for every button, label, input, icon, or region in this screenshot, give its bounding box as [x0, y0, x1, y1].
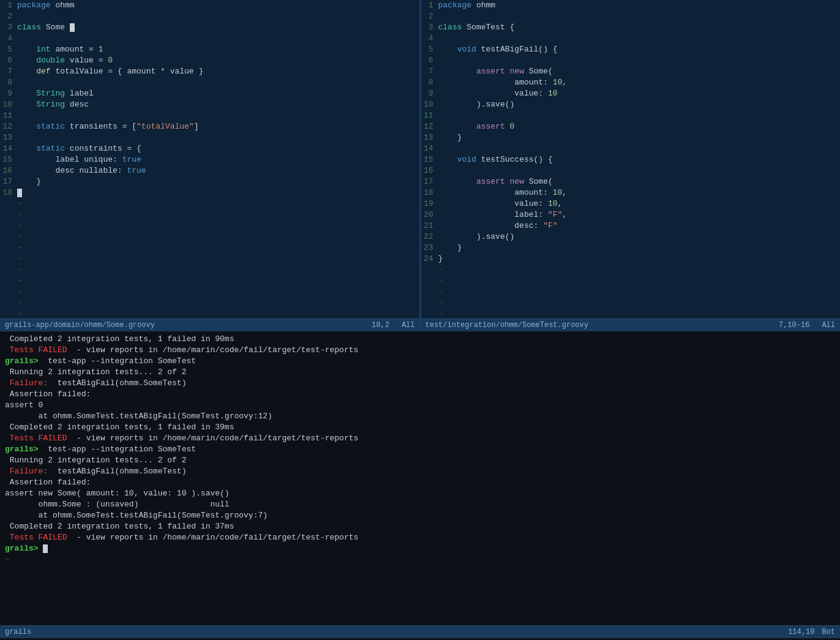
right-position: 7,10-16 — [779, 321, 809, 329]
table-row: 11 — [421, 110, 841, 121]
table-row: ~ — [0, 220, 419, 232]
table-row: 2 — [0, 11, 419, 22]
left-position: 18,2 — [372, 321, 389, 329]
vim-editor: 1 package ohmm 2 3 class Some 4 — [0, 0, 840, 640]
table-row: 5 int amount = 1 — [0, 44, 419, 55]
table-row: 5 void testABigFail() { — [421, 44, 841, 55]
table-row: 6 double value = 0 — [0, 55, 419, 66]
table-row: 9 String label — [0, 88, 419, 99]
bottom-left: grails — [5, 628, 31, 636]
table-row: 24 } — [421, 254, 841, 265]
term-line: at ohmm.SomeTest.testABigFail(SomeTest.g… — [0, 510, 840, 521]
term-line: Tests FAILED - view reports in /home/mar… — [0, 532, 840, 543]
term-line: Assertion failed: — [0, 389, 840, 400]
term-line: Failure: testABigFail(ohmm.SomeTest) — [0, 466, 840, 477]
term-line: Tests FAILED - view reports in /home/mar… — [0, 433, 840, 444]
table-row: 14 static constraints = { — [0, 143, 419, 154]
term-line: Completed 2 integration tests, 1 failed … — [0, 422, 840, 433]
table-row: 19 value: 10, — [421, 198, 841, 209]
table-row: 9 value: 10 — [421, 88, 841, 99]
table-row: ~ — [0, 254, 419, 265]
right-status-bar: test/integration/ohmm/SomeTest.groovy 7,… — [421, 319, 841, 331]
table-row: ~ — [0, 287, 419, 298]
table-row: 4 — [421, 33, 841, 44]
table-row: ~ — [0, 265, 419, 276]
table-row: 10 ).save() — [421, 99, 841, 110]
term-line: grails> test-app --integration SomeTest — [0, 444, 840, 455]
term-line: at ohmm.SomeTest.testABigFail(SomeTest.g… — [0, 411, 840, 422]
term-line: Failure: testABigFail(ohmm.SomeTest) — [0, 378, 840, 389]
table-row: ~ — [0, 209, 419, 220]
table-row: ~ — [421, 298, 841, 309]
table-row: 10 String desc — [0, 99, 419, 110]
term-line: grails> — [0, 543, 840, 554]
table-row: ~ — [421, 276, 841, 287]
table-row: 7 def totalValue = { amount * value } — [0, 66, 419, 77]
table-row: 22 ).save() — [421, 232, 841, 243]
table-row: 17 } — [0, 176, 419, 187]
table-row: 18 — [0, 187, 419, 198]
editor-area: 1 package ohmm 2 3 class Some 4 — [0, 0, 840, 318]
bottom-bar: grails 114,10 Bot — [0, 625, 840, 638]
table-row: ~ — [0, 298, 419, 309]
table-row: 2 — [421, 11, 841, 22]
table-row: 16 desc nullable: true — [0, 165, 419, 176]
term-line: Completed 2 integration tests, 1 failed … — [0, 334, 840, 345]
table-row: 20 label: "F", — [421, 209, 841, 220]
table-row: 15 void testSuccess() { — [421, 154, 841, 165]
bottom-mode: Bot — [822, 628, 835, 636]
table-row: 21 desc: "F" — [421, 220, 841, 232]
table-row: 11 — [0, 110, 419, 121]
table-row: 13 — [0, 132, 419, 143]
table-row: 3 class SomeTest { — [421, 22, 841, 33]
table-row: ~ — [421, 265, 841, 276]
term-line: grails> test-app --integration SomeTest — [0, 356, 840, 367]
table-row: 15 label unique: true — [0, 154, 419, 165]
term-line: ohmm.Some : (unsaved) null — [0, 499, 840, 510]
left-mode: All — [402, 321, 415, 329]
table-row: 12 static transients = ["totalValue"] — [0, 121, 419, 132]
table-row: 17 assert new Some( — [421, 176, 841, 187]
table-row: ~ — [0, 309, 419, 318]
term-line: assert new Some( amount: 10, value: 10 )… — [0, 488, 840, 499]
table-row: 3 class Some — [0, 22, 419, 33]
left-filename: grails-app/domain/ohmm/Some.groovy — [5, 321, 155, 329]
table-row: 18 amount: 10, — [421, 187, 841, 198]
table-row: ~ — [0, 232, 419, 243]
term-line: ~ — [0, 554, 840, 565]
left-pane: 1 package ohmm 2 3 class Some 4 — [0, 0, 419, 318]
bottom-position: 114,10 — [788, 628, 814, 636]
right-filename: test/integration/ohmm/SomeTest.groovy — [426, 321, 588, 329]
terminal-area[interactable]: Completed 2 integration tests, 1 failed … — [0, 331, 840, 625]
table-row: ~ — [0, 243, 419, 254]
table-row: 16 — [421, 165, 841, 176]
table-row: ~ — [421, 287, 841, 298]
table-row: 13 } — [421, 132, 841, 143]
table-row: ~ — [421, 309, 841, 318]
term-line: Running 2 integration tests... 2 of 2 — [0, 367, 840, 378]
table-row: 7 assert new Some( — [421, 66, 841, 77]
right-pane: 1 package ohmm 2 3 class SomeTest { 4 — [421, 0, 841, 318]
table-row: 8 amount: 10, — [421, 77, 841, 88]
left-code: 1 package ohmm 2 3 class Some 4 — [0, 0, 419, 318]
table-row: 4 — [0, 33, 419, 44]
table-row: 12 assert 0 — [421, 121, 841, 132]
right-mode: All — [822, 321, 835, 329]
right-code: 1 package ohmm 2 3 class SomeTest { 4 — [421, 0, 841, 318]
table-row: ~ — [0, 198, 419, 209]
table-row: 23 } — [421, 243, 841, 254]
term-line: assert 0 — [0, 400, 840, 411]
table-row: 14 — [421, 143, 841, 154]
table-row: 1 package ohmm — [0, 0, 419, 11]
table-row: 1 package ohmm — [421, 0, 841, 11]
status-bar-area: grails-app/domain/ohmm/Some.groovy 18,2 … — [0, 318, 840, 331]
table-row: ~ — [0, 276, 419, 287]
term-line: Running 2 integration tests... 2 of 2 — [0, 455, 840, 466]
term-line: Tests FAILED - view reports in /home/mar… — [0, 345, 840, 356]
term-line: Assertion failed: — [0, 477, 840, 488]
insert-bar: -- INSERT -- — [0, 638, 840, 640]
left-status-bar: grails-app/domain/ohmm/Some.groovy 18,2 … — [0, 319, 421, 331]
table-row: 8 — [0, 77, 419, 88]
term-line: Completed 2 integration tests, 1 failed … — [0, 521, 840, 532]
table-row: 6 — [421, 55, 841, 66]
